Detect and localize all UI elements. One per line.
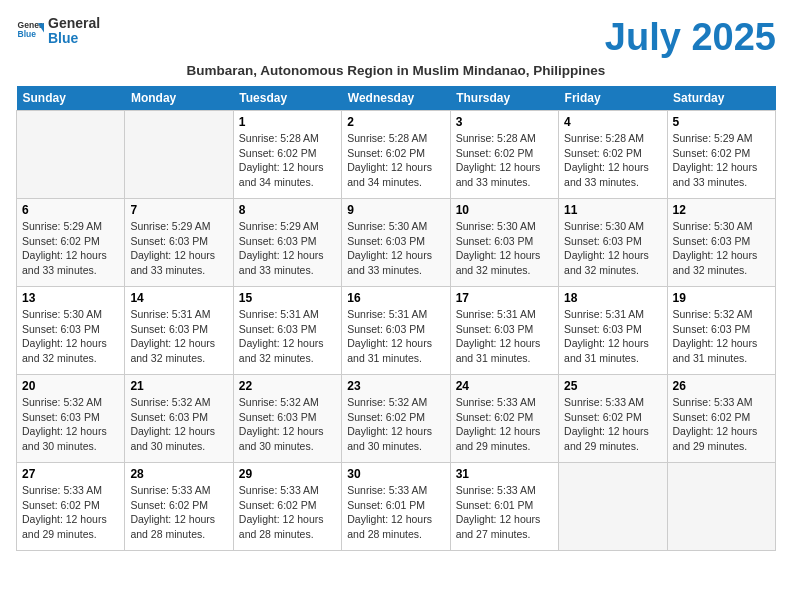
- calendar-cell: 16Sunrise: 5:31 AM Sunset: 6:03 PM Dayli…: [342, 287, 450, 375]
- calendar-cell: 23Sunrise: 5:32 AM Sunset: 6:02 PM Dayli…: [342, 375, 450, 463]
- day-info: Sunrise: 5:33 AM Sunset: 6:02 PM Dayligh…: [456, 395, 553, 454]
- day-info: Sunrise: 5:32 AM Sunset: 6:03 PM Dayligh…: [239, 395, 336, 454]
- day-number: 24: [456, 379, 553, 393]
- calendar-cell: 19Sunrise: 5:32 AM Sunset: 6:03 PM Dayli…: [667, 287, 775, 375]
- calendar-cell: 6Sunrise: 5:29 AM Sunset: 6:02 PM Daylig…: [17, 199, 125, 287]
- day-number: 11: [564, 203, 661, 217]
- day-info: Sunrise: 5:33 AM Sunset: 6:02 PM Dayligh…: [22, 483, 119, 542]
- calendar-cell: 10Sunrise: 5:30 AM Sunset: 6:03 PM Dayli…: [450, 199, 558, 287]
- calendar-header-row: SundayMondayTuesdayWednesdayThursdayFrid…: [17, 86, 776, 111]
- calendar-cell: 24Sunrise: 5:33 AM Sunset: 6:02 PM Dayli…: [450, 375, 558, 463]
- calendar-cell: 27Sunrise: 5:33 AM Sunset: 6:02 PM Dayli…: [17, 463, 125, 551]
- day-number: 14: [130, 291, 227, 305]
- day-number: 23: [347, 379, 444, 393]
- header-day-thursday: Thursday: [450, 86, 558, 111]
- calendar-cell: 7Sunrise: 5:29 AM Sunset: 6:03 PM Daylig…: [125, 199, 233, 287]
- day-number: 17: [456, 291, 553, 305]
- calendar-cell: 1Sunrise: 5:28 AM Sunset: 6:02 PM Daylig…: [233, 111, 341, 199]
- day-info: Sunrise: 5:29 AM Sunset: 6:02 PM Dayligh…: [22, 219, 119, 278]
- calendar-week-5: 27Sunrise: 5:33 AM Sunset: 6:02 PM Dayli…: [17, 463, 776, 551]
- day-number: 16: [347, 291, 444, 305]
- header-day-monday: Monday: [125, 86, 233, 111]
- calendar-table: SundayMondayTuesdayWednesdayThursdayFrid…: [16, 86, 776, 551]
- calendar-cell: [17, 111, 125, 199]
- header-day-friday: Friday: [559, 86, 667, 111]
- day-info: Sunrise: 5:28 AM Sunset: 6:02 PM Dayligh…: [347, 131, 444, 190]
- day-info: Sunrise: 5:29 AM Sunset: 6:03 PM Dayligh…: [239, 219, 336, 278]
- calendar-cell: 13Sunrise: 5:30 AM Sunset: 6:03 PM Dayli…: [17, 287, 125, 375]
- day-info: Sunrise: 5:32 AM Sunset: 6:03 PM Dayligh…: [673, 307, 770, 366]
- day-info: Sunrise: 5:32 AM Sunset: 6:03 PM Dayligh…: [22, 395, 119, 454]
- logo-text-blue: Blue: [48, 31, 100, 46]
- calendar-week-2: 6Sunrise: 5:29 AM Sunset: 6:02 PM Daylig…: [17, 199, 776, 287]
- calendar-cell: 2Sunrise: 5:28 AM Sunset: 6:02 PM Daylig…: [342, 111, 450, 199]
- day-number: 9: [347, 203, 444, 217]
- day-info: Sunrise: 5:33 AM Sunset: 6:01 PM Dayligh…: [456, 483, 553, 542]
- day-number: 13: [22, 291, 119, 305]
- calendar-cell: 22Sunrise: 5:32 AM Sunset: 6:03 PM Dayli…: [233, 375, 341, 463]
- header-day-wednesday: Wednesday: [342, 86, 450, 111]
- day-info: Sunrise: 5:31 AM Sunset: 6:03 PM Dayligh…: [456, 307, 553, 366]
- calendar-week-1: 1Sunrise: 5:28 AM Sunset: 6:02 PM Daylig…: [17, 111, 776, 199]
- logo: General Blue General Blue: [16, 16, 100, 47]
- day-number: 5: [673, 115, 770, 129]
- calendar-cell: 28Sunrise: 5:33 AM Sunset: 6:02 PM Dayli…: [125, 463, 233, 551]
- day-info: Sunrise: 5:30 AM Sunset: 6:03 PM Dayligh…: [564, 219, 661, 278]
- day-info: Sunrise: 5:31 AM Sunset: 6:03 PM Dayligh…: [239, 307, 336, 366]
- day-number: 3: [456, 115, 553, 129]
- day-info: Sunrise: 5:32 AM Sunset: 6:02 PM Dayligh…: [347, 395, 444, 454]
- calendar-cell: 29Sunrise: 5:33 AM Sunset: 6:02 PM Dayli…: [233, 463, 341, 551]
- header-day-tuesday: Tuesday: [233, 86, 341, 111]
- day-number: 30: [347, 467, 444, 481]
- day-info: Sunrise: 5:33 AM Sunset: 6:01 PM Dayligh…: [347, 483, 444, 542]
- day-number: 7: [130, 203, 227, 217]
- svg-text:Blue: Blue: [18, 30, 37, 40]
- day-info: Sunrise: 5:32 AM Sunset: 6:03 PM Dayligh…: [130, 395, 227, 454]
- day-info: Sunrise: 5:30 AM Sunset: 6:03 PM Dayligh…: [347, 219, 444, 278]
- calendar-cell: 31Sunrise: 5:33 AM Sunset: 6:01 PM Dayli…: [450, 463, 558, 551]
- calendar-body: 1Sunrise: 5:28 AM Sunset: 6:02 PM Daylig…: [17, 111, 776, 551]
- calendar-cell: 21Sunrise: 5:32 AM Sunset: 6:03 PM Dayli…: [125, 375, 233, 463]
- day-number: 15: [239, 291, 336, 305]
- calendar-cell: 25Sunrise: 5:33 AM Sunset: 6:02 PM Dayli…: [559, 375, 667, 463]
- calendar-week-3: 13Sunrise: 5:30 AM Sunset: 6:03 PM Dayli…: [17, 287, 776, 375]
- calendar-cell: [125, 111, 233, 199]
- day-number: 22: [239, 379, 336, 393]
- day-info: Sunrise: 5:30 AM Sunset: 6:03 PM Dayligh…: [673, 219, 770, 278]
- logo-text-general: General: [48, 16, 100, 31]
- calendar-cell: 12Sunrise: 5:30 AM Sunset: 6:03 PM Dayli…: [667, 199, 775, 287]
- day-info: Sunrise: 5:33 AM Sunset: 6:02 PM Dayligh…: [673, 395, 770, 454]
- calendar-cell: 4Sunrise: 5:28 AM Sunset: 6:02 PM Daylig…: [559, 111, 667, 199]
- day-number: 8: [239, 203, 336, 217]
- day-number: 25: [564, 379, 661, 393]
- day-info: Sunrise: 5:28 AM Sunset: 6:02 PM Dayligh…: [239, 131, 336, 190]
- day-number: 1: [239, 115, 336, 129]
- day-number: 28: [130, 467, 227, 481]
- calendar-cell: 5Sunrise: 5:29 AM Sunset: 6:02 PM Daylig…: [667, 111, 775, 199]
- day-number: 4: [564, 115, 661, 129]
- day-number: 20: [22, 379, 119, 393]
- calendar-cell: 3Sunrise: 5:28 AM Sunset: 6:02 PM Daylig…: [450, 111, 558, 199]
- header-day-saturday: Saturday: [667, 86, 775, 111]
- day-info: Sunrise: 5:31 AM Sunset: 6:03 PM Dayligh…: [130, 307, 227, 366]
- page-subtitle: Bumbaran, Autonomous Region in Muslim Mi…: [16, 63, 776, 78]
- day-number: 12: [673, 203, 770, 217]
- day-info: Sunrise: 5:33 AM Sunset: 6:02 PM Dayligh…: [239, 483, 336, 542]
- calendar-cell: 26Sunrise: 5:33 AM Sunset: 6:02 PM Dayli…: [667, 375, 775, 463]
- header-day-sunday: Sunday: [17, 86, 125, 111]
- calendar-cell: 8Sunrise: 5:29 AM Sunset: 6:03 PM Daylig…: [233, 199, 341, 287]
- calendar-cell: 11Sunrise: 5:30 AM Sunset: 6:03 PM Dayli…: [559, 199, 667, 287]
- calendar-cell: 17Sunrise: 5:31 AM Sunset: 6:03 PM Dayli…: [450, 287, 558, 375]
- logo-icon: General Blue: [16, 17, 44, 45]
- calendar-cell: 30Sunrise: 5:33 AM Sunset: 6:01 PM Dayli…: [342, 463, 450, 551]
- day-number: 27: [22, 467, 119, 481]
- day-number: 10: [456, 203, 553, 217]
- calendar-cell: 18Sunrise: 5:31 AM Sunset: 6:03 PM Dayli…: [559, 287, 667, 375]
- day-number: 19: [673, 291, 770, 305]
- day-info: Sunrise: 5:31 AM Sunset: 6:03 PM Dayligh…: [347, 307, 444, 366]
- day-info: Sunrise: 5:29 AM Sunset: 6:02 PM Dayligh…: [673, 131, 770, 190]
- day-number: 2: [347, 115, 444, 129]
- day-info: Sunrise: 5:33 AM Sunset: 6:02 PM Dayligh…: [130, 483, 227, 542]
- day-number: 31: [456, 467, 553, 481]
- day-info: Sunrise: 5:30 AM Sunset: 6:03 PM Dayligh…: [22, 307, 119, 366]
